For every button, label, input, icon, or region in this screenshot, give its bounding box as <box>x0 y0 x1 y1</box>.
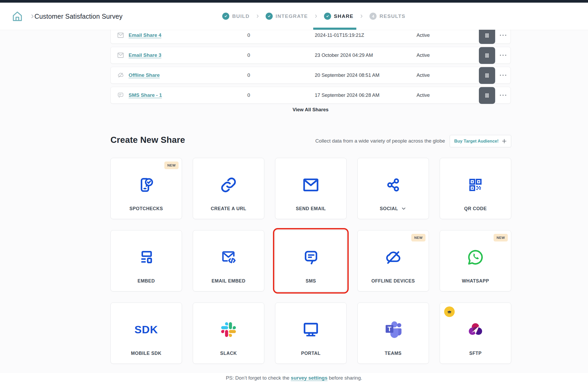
card-label: CREATE A URL <box>211 206 246 211</box>
pause-icon <box>484 52 490 59</box>
more-options-button[interactable] <box>497 90 509 100</box>
more-options-button[interactable] <box>497 50 509 61</box>
share-nodes-icon <box>385 177 401 193</box>
create-new-share-title: Create New Share <box>110 135 185 145</box>
share-modified-date: 20 September 2024 08:51 AM <box>315 72 379 78</box>
share-option-card-send-email[interactable]: SEND EMAIL <box>275 158 347 219</box>
footer-text-before: PS: Don’t forget to check the <box>226 375 291 381</box>
wizard-stepper: BUILD INTEGRATE SHARE 4 RESULTS <box>222 3 405 30</box>
share-page: Email Share 4 0 2024-11-01T15:19:21Z Act… <box>0 0 588 383</box>
plus-icon <box>501 138 507 144</box>
card-label: QR CODE <box>464 206 487 211</box>
share-option-card-whatsapp[interactable]: NEW WHATSAPP <box>440 230 511 291</box>
card-label: SMS <box>306 278 316 284</box>
card-label: TEAMS <box>385 351 402 356</box>
pause-icon <box>484 92 490 99</box>
page-title: Customer Satisfaction Survey <box>34 12 123 20</box>
card-label: SPOTCHECKS <box>129 206 163 211</box>
spotchecks-icon <box>138 176 155 194</box>
more-options-button[interactable] <box>497 30 509 41</box>
share-option-card-teams[interactable]: T TEAMS <box>357 303 429 364</box>
share-name-link[interactable]: Email Share 4 <box>129 32 161 38</box>
sdk-text-icon: SDK <box>134 323 158 336</box>
step-share[interactable]: SHARE <box>324 13 354 20</box>
sms-bubble-icon <box>302 249 319 266</box>
step-integrate[interactable]: INTEGRATE <box>266 13 308 20</box>
footer-text-after: before sharing. <box>327 375 362 381</box>
share-name-link[interactable]: Email Share 3 <box>129 52 161 58</box>
pause-share-button[interactable] <box>479 47 495 64</box>
share-name-link[interactable]: Offline Share <box>129 72 160 78</box>
share-option-card-offline-devices[interactable]: NEW OFFLINE DEVICES <box>357 230 429 291</box>
card-label: MOBILE SDK <box>131 351 161 356</box>
top-navy-bar <box>0 0 588 3</box>
share-option-card-slack[interactable]: SLACK <box>193 303 264 364</box>
share-option-card-email-embed[interactable]: EMAIL EMBED <box>193 230 264 291</box>
recent-shares-list: Email Share 4 0 2024-11-01T15:19:21Z Act… <box>110 27 511 107</box>
share-modified-date: 17 September 2024 06:28 AM <box>315 92 379 98</box>
card-label: WHATSAPP <box>462 278 489 284</box>
share-channels-grid: NEW SPOTCHECKS CREATE A URL SEND EMAIL <box>110 158 511 364</box>
footer-note: PS: Don’t forget to check the survey set… <box>226 375 362 381</box>
card-label: OFFLINE DEVICES <box>371 278 415 284</box>
sftp-icon <box>467 321 484 338</box>
share-response-count: 0 <box>244 32 254 38</box>
card-label: SLACK <box>220 351 237 356</box>
app-header: Customer Satisfaction Survey BUILD INTEG… <box>0 0 588 30</box>
whatsapp-icon <box>467 248 484 266</box>
email-icon <box>117 52 124 58</box>
share-name-link[interactable]: SMS Share - 1 <box>129 92 162 98</box>
pause-icon <box>484 72 490 79</box>
card-label: EMAIL EMBED <box>212 278 246 284</box>
step-label: RESULTS <box>379 13 405 19</box>
share-option-card-spotchecks[interactable]: NEW SPOTCHECKS <box>110 158 182 219</box>
embed-icon <box>138 249 154 265</box>
chevron-right-icon <box>313 14 318 19</box>
chevron-down-icon <box>401 206 407 211</box>
step-label: INTEGRATE <box>276 13 308 19</box>
share-response-count: 0 <box>244 92 254 98</box>
card-label: SEND EMAIL <box>296 206 326 211</box>
share-option-card-qr-code[interactable]: QR CODE <box>440 158 511 219</box>
more-options-button[interactable] <box>497 70 509 80</box>
view-all-shares: View All Shares <box>110 107 511 113</box>
footer-bar: PS: Don’t forget to check the survey set… <box>0 373 588 383</box>
monitor-icon <box>302 321 320 338</box>
step-label: BUILD <box>232 13 250 19</box>
pause-share-button[interactable] <box>479 67 495 84</box>
share-row-sms-share-1: SMS Share - 1 0 17 September 2024 06:28 … <box>110 87 511 104</box>
email-embed-icon <box>220 249 237 265</box>
new-badge: NEW <box>411 234 425 241</box>
share-response-count: 0 <box>244 52 254 58</box>
home-button[interactable] <box>11 9 24 23</box>
card-label: EMBED <box>138 278 155 284</box>
ellipsis-icon <box>499 74 507 77</box>
svg-text:T: T <box>388 325 392 332</box>
check-circle-icon <box>266 13 273 20</box>
buy-target-audience-button[interactable]: Buy Target Audience! <box>450 135 511 147</box>
step-build[interactable]: BUILD <box>222 13 250 20</box>
view-all-shares-link[interactable]: View All Shares <box>293 107 329 112</box>
step-results[interactable]: 4 RESULTS <box>369 13 405 20</box>
share-option-card-sms[interactable]: SMS <box>275 230 347 291</box>
survey-settings-link[interactable]: survey settings <box>291 375 327 381</box>
share-option-card-mobile-sdk[interactable]: SDK MOBILE SDK <box>110 303 182 364</box>
share-option-card-create-a-url[interactable]: CREATE A URL <box>193 158 264 219</box>
share-option-card-sftp[interactable]: SFTP <box>440 303 511 364</box>
ellipsis-icon <box>499 54 507 57</box>
buy-target-audience-label: Buy Target Audience! <box>454 139 499 144</box>
pause-share-button[interactable] <box>479 87 495 104</box>
home-icon <box>11 10 23 23</box>
share-option-card-portal[interactable]: PORTAL <box>275 303 347 364</box>
share-status: Active <box>417 92 430 98</box>
chevron-right-icon <box>255 14 260 19</box>
premium-crown-badge <box>444 306 455 317</box>
share-status: Active <box>417 52 430 58</box>
crown-icon <box>447 309 452 315</box>
check-circle-icon <box>324 13 331 20</box>
share-option-card-social[interactable]: SOCIAL <box>357 158 429 219</box>
email-icon <box>117 32 124 38</box>
share-modified-date: 23 October 2024 04:29 AM <box>315 52 373 58</box>
share-option-card-embed[interactable]: EMBED <box>110 230 182 291</box>
ellipsis-icon <box>499 94 507 97</box>
